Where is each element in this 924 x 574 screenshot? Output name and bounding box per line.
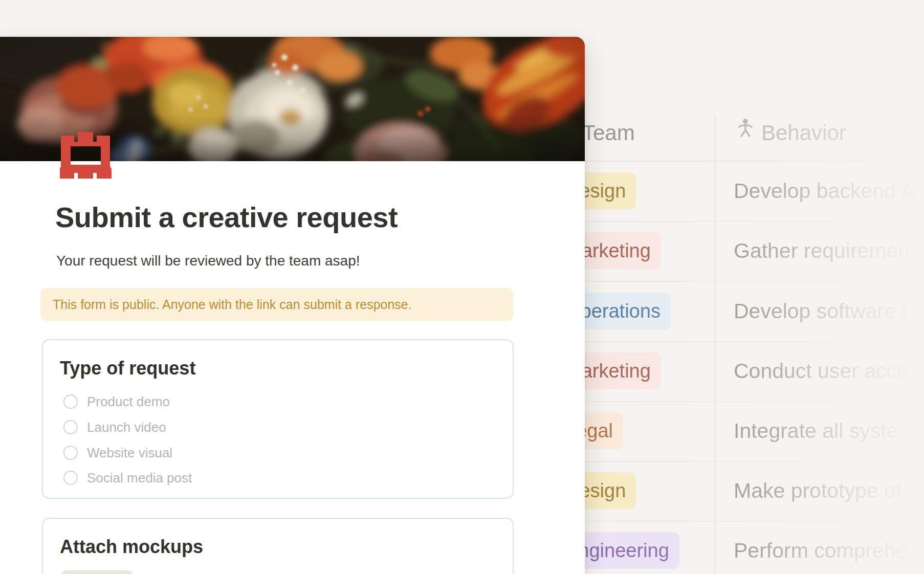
behavior-cell: Perform comprehe <box>734 538 924 563</box>
radio-circle-icon[interactable] <box>63 471 78 485</box>
column-header-behavior: Behavior <box>761 121 846 145</box>
file-upload-button[interactable] <box>61 570 133 574</box>
row-divider <box>553 341 924 342</box>
question-heading: Type of request <box>60 358 195 379</box>
radio-circle-icon[interactable] <box>63 446 78 460</box>
column-header-team: Team <box>582 121 635 145</box>
public-form-banner-text: This form is public. Anyone with the lin… <box>53 297 412 312</box>
behavior-cell: Integrate all syste <box>734 418 924 443</box>
form-logo-icon <box>60 132 112 179</box>
form-title: Submit a creative request <box>55 202 398 233</box>
radio-circle-icon[interactable] <box>63 420 78 434</box>
row-divider <box>553 221 924 222</box>
radio-option-label: Launch video <box>87 420 166 435</box>
form-panel: Submit a creative request Your request w… <box>0 37 585 574</box>
row-divider <box>553 401 924 402</box>
row-divider <box>553 161 924 162</box>
radio-option-website-visual[interactable]: Website visual <box>63 444 172 461</box>
person-icon <box>738 118 753 138</box>
radio-option-product-demo[interactable]: Product demo <box>63 393 170 410</box>
form-subtitle: Your request will be reviewed by the tea… <box>56 252 360 270</box>
behavior-cell: Develop software f <box>734 299 924 323</box>
question-card-attach-mockups: Attach mockups <box>42 518 514 574</box>
radio-option-social-media-post[interactable]: Social media post <box>63 469 192 487</box>
behavior-cell: Develop backend A <box>734 179 924 203</box>
question-card-type-of-request: Type of request Product demo Launch vide… <box>42 339 514 499</box>
question-heading: Attach mockups <box>60 536 203 558</box>
behavior-cell: Gather requiremen <box>734 238 924 263</box>
public-form-banner: This form is public. Anyone with the lin… <box>40 288 513 321</box>
behavior-cell: Make prototype of <box>734 478 924 503</box>
behavior-cell: Conduct user acce <box>734 359 924 383</box>
radio-option-label: Product demo <box>87 394 170 410</box>
column-divider <box>715 116 716 574</box>
row-divider <box>553 521 924 522</box>
radio-option-label: Social media post <box>87 470 192 486</box>
row-divider <box>553 461 924 462</box>
radio-option-label: Website visual <box>87 445 172 461</box>
radio-option-launch-video[interactable]: Launch video <box>63 418 166 436</box>
row-divider <box>553 281 924 282</box>
radio-circle-icon[interactable] <box>63 394 78 409</box>
